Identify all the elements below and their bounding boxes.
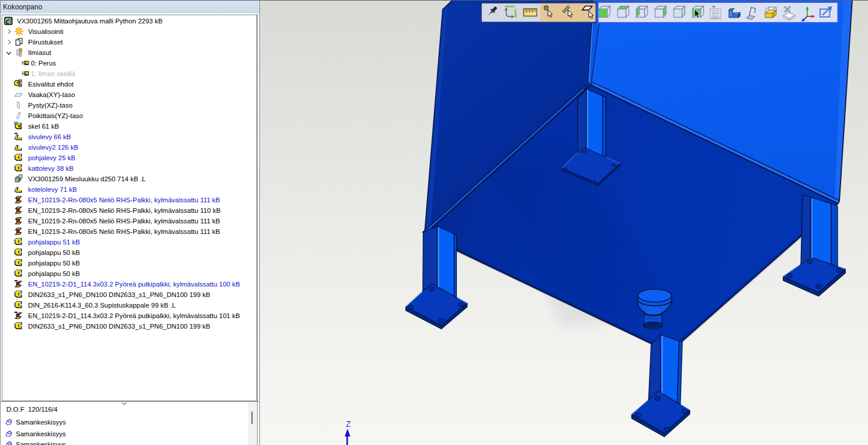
svg-text:Z: Z: [346, 419, 351, 429]
